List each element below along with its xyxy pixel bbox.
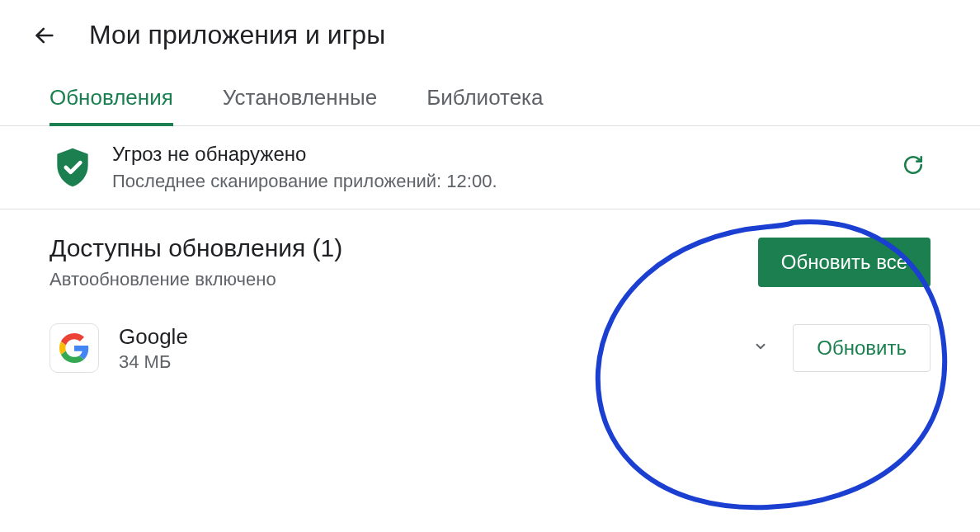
updates-text: Доступны обновления (1) Автообновление в… xyxy=(49,234,758,290)
app-size: 34 МБ xyxy=(119,351,753,373)
header: Мои приложения и игры xyxy=(0,0,980,70)
tab-installed[interactable]: Установленные xyxy=(223,70,377,125)
app-info: Google 34 МБ xyxy=(119,324,753,373)
security-text: Угроз не обнаружено Последнее сканирован… xyxy=(112,143,896,192)
tabs: Обновления Установленные Библиотека xyxy=(0,70,980,126)
updates-section: Доступны обновления (1) Автообновление в… xyxy=(0,210,980,307)
security-title: Угроз не обнаружено xyxy=(112,143,896,166)
updates-title: Доступны обновления (1) xyxy=(49,234,758,262)
app-name: Google xyxy=(119,324,753,350)
back-arrow-icon[interactable] xyxy=(33,24,56,47)
update-button[interactable]: Обновить xyxy=(793,324,931,372)
chevron-down-icon[interactable] xyxy=(753,339,768,358)
tab-updates[interactable]: Обновления xyxy=(49,70,173,125)
updates-subtitle: Автообновление включено xyxy=(49,269,758,290)
refresh-icon[interactable] xyxy=(896,148,931,188)
tab-library[interactable]: Библиотека xyxy=(426,70,543,125)
security-status-row: Угроз не обнаружено Последнее сканирован… xyxy=(0,126,980,210)
page-title: Мои приложения и игры xyxy=(89,20,385,50)
app-row[interactable]: Google 34 МБ Обновить xyxy=(0,307,980,389)
security-subtitle: Последнее сканирование приложений: 12:00… xyxy=(112,171,896,192)
shield-check-icon xyxy=(49,144,96,191)
update-all-button[interactable]: Обновить все xyxy=(758,238,931,287)
google-app-icon xyxy=(49,323,99,373)
